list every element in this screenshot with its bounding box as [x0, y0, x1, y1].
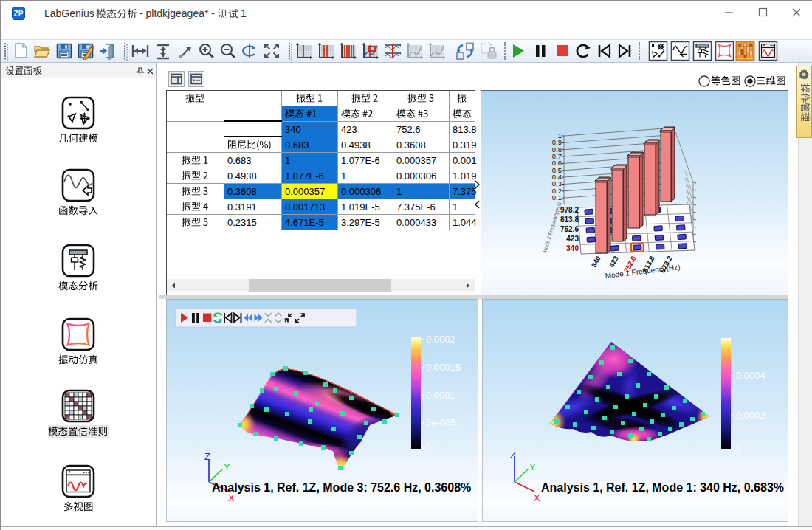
svg-text:813.8: 813.8 [560, 216, 579, 224]
svg-text:Y: Y [224, 461, 230, 472]
svg-text:0.0004: 0.0004 [736, 370, 765, 381]
svg-text:0.0002: 0.0002 [736, 410, 765, 421]
svg-text:X: X [228, 492, 235, 503]
svg-text:0.00015: 0.00015 [426, 362, 461, 373]
svg-text:ZP: ZP [14, 10, 24, 18]
svg-text:978.2: 978.2 [560, 206, 579, 214]
svg-text:0.0002: 0.0002 [426, 334, 455, 345]
svg-text:Z: Z [204, 451, 210, 462]
svg-text:752.6: 752.6 [560, 225, 579, 233]
svg-text:Analysis 1, Ref. 1Z, Mode 3: 7: Analysis 1, Ref. 1Z, Mode 3: 752.6 Hz, 0… [212, 481, 471, 494]
svg-text:Y: Y [529, 461, 536, 472]
svg-text:0.0001: 0.0001 [426, 390, 455, 401]
svg-text:Z: Z [510, 450, 516, 461]
svg-text:340: 340 [566, 244, 579, 252]
svg-text:0.1: 0.1 [552, 193, 562, 202]
svg-text:423: 423 [566, 235, 579, 243]
svg-text:5e-005: 5e-005 [426, 417, 455, 428]
svg-text:Analysis 1, Ref. 1Z, Mode 1: 3: Analysis 1, Ref. 1Z, Mode 1: 340 Hz, 0.6… [541, 481, 784, 494]
svg-text:0: 0 [736, 443, 741, 454]
svg-text:0: 0 [426, 442, 431, 453]
svg-text:X: X [534, 492, 540, 503]
